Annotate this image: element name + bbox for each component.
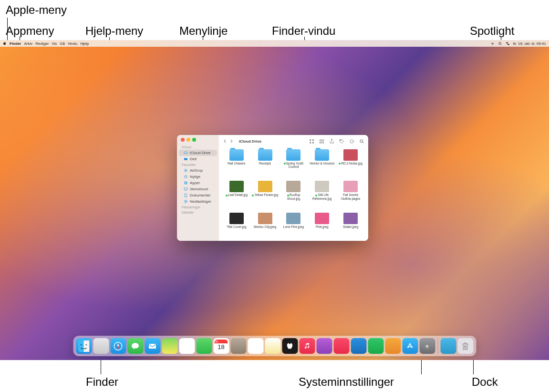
file-label: Pink.jpeg <box>316 225 329 228</box>
menu-rediger[interactable]: Rediger <box>35 41 49 46</box>
svg-rect-19 <box>320 142 323 143</box>
dock-maps[interactable] <box>162 338 177 354</box>
sidebar-item-label: AirDrop <box>190 168 203 173</box>
file-item[interactable]: Vendor & Invoices <box>308 149 336 179</box>
dock-notes[interactable] <box>265 338 280 354</box>
file-label: Yellow Flower.jpg <box>252 193 278 196</box>
callout-system-settings: Systeminnstillinger <box>299 375 394 389</box>
dock-system-settings[interactable] <box>419 338 435 354</box>
callout-finder-window: Finder-vindu <box>272 24 335 38</box>
file-item[interactable]: Mexico City.jpeg <box>251 213 279 239</box>
dock-photos[interactable] <box>179 338 195 354</box>
apps-icon <box>184 181 188 185</box>
sidebar-item-dokumenter[interactable]: Dokumenter <box>179 192 217 198</box>
folder-shared-icon <box>184 157 188 161</box>
file-item[interactable]: Title Cover.jpg <box>223 213 250 239</box>
file-item[interactable]: Receipts <box>251 149 279 179</box>
file-item[interactable]: Rail Chasers <box>223 149 250 179</box>
apple-menu-icon[interactable] <box>3 41 7 45</box>
dock-calendar[interactable]: Okt18 <box>213 338 229 354</box>
file-item[interactable]: Skater.jpeg <box>337 213 364 239</box>
svg-line-1 <box>500 44 501 45</box>
file-label: Receipts <box>259 162 271 165</box>
forward-button[interactable] <box>229 139 234 144</box>
dock-keynote[interactable] <box>351 338 366 354</box>
svg-rect-39 <box>430 346 432 346</box>
zoom-button[interactable] <box>192 138 196 142</box>
search-icon[interactable] <box>359 139 364 144</box>
file-label: Rail Chasers <box>228 162 245 165</box>
dock-numbers[interactable] <box>368 338 383 354</box>
sidebar-item-nedlastinger[interactable]: Nedlastinger <box>179 198 217 205</box>
file-item[interactable]: RD.2-Notes.jpg <box>337 149 364 179</box>
file-label: Vendor & Invoices <box>310 162 334 165</box>
file-item[interactable]: Lone Pine.jpeg <box>280 213 308 239</box>
spotlight-icon[interactable] <box>498 41 502 46</box>
svg-rect-33 <box>149 344 156 349</box>
file-item[interactable]: Yellow Flower.jpg <box>251 181 279 210</box>
sidebar-section-header: Etiketter <box>177 210 219 215</box>
dock-mail[interactable] <box>145 338 160 354</box>
svg-point-0 <box>498 42 501 44</box>
close-button[interactable] <box>181 138 185 142</box>
svg-rect-7 <box>185 182 186 183</box>
sync-status-icon <box>284 163 286 165</box>
app-menu[interactable]: Finder <box>10 41 21 46</box>
file-item[interactable]: Leaf Detail.jpg <box>223 181 250 210</box>
group-button[interactable] <box>319 139 324 144</box>
file-item[interactable]: Spring Youth Council <box>280 149 308 179</box>
dock-finder[interactable] <box>76 338 92 354</box>
menu-arkiv[interactable]: Arkiv <box>24 41 32 46</box>
callout-app-menu: Appmeny <box>6 24 54 38</box>
sidebar-item-nylige[interactable]: Nylige <box>179 174 217 180</box>
dock-news[interactable] <box>333 338 349 354</box>
tag-button[interactable] <box>339 139 344 144</box>
file-item[interactable]: Fall Scents Outline.pages <box>337 181 364 210</box>
file-item[interactable]: Still Life Reference.jpg <box>308 181 336 210</box>
file-label: Skater.jpeg <box>343 225 359 228</box>
sidebar-item-label: Nylige <box>190 175 200 179</box>
dock-downloads[interactable] <box>440 338 456 354</box>
file-thumbnail <box>286 181 300 192</box>
minimize-button[interactable] <box>186 138 190 142</box>
svg-rect-16 <box>310 142 311 143</box>
svg-rect-36 <box>427 342 427 343</box>
dock-music[interactable] <box>299 338 315 354</box>
dock-safari[interactable] <box>110 338 126 354</box>
menu-vis[interactable]: Vis <box>52 41 57 46</box>
control-center-icon[interactable] <box>506 41 510 46</box>
dock-tv[interactable] <box>282 338 298 354</box>
dock-trash[interactable] <box>457 338 473 354</box>
action-button[interactable] <box>349 139 354 144</box>
file-item[interactable]: Pink.jpeg <box>308 213 336 239</box>
dock-contacts[interactable] <box>230 338 246 354</box>
svg-point-23 <box>360 140 363 143</box>
menu-hjelp[interactable]: Hjelp <box>80 41 89 46</box>
menubar-datetime[interactable]: tir. 18. okt. kl. 09:41 <box>513 41 546 46</box>
menu-ga[interactable]: Gå <box>60 41 65 46</box>
share-button[interactable] <box>329 139 334 144</box>
file-item[interactable]: Rooftop Shoot.jpg <box>280 181 308 210</box>
dock-podcasts[interactable] <box>316 338 332 354</box>
dock-launchpad[interactable] <box>93 338 109 354</box>
dock-appstore[interactable] <box>402 338 418 354</box>
svg-rect-3 <box>508 44 509 45</box>
menu-vindu[interactable]: Vindu <box>68 41 77 46</box>
sidebar-item-apper[interactable]: Apper <box>179 180 217 186</box>
dock-reminders[interactable] <box>248 338 263 354</box>
callout-help-menu: Hjelp-meny <box>85 24 143 38</box>
sidebar-item-delt[interactable]: Delt <box>179 156 217 162</box>
sidebar-item-icloud-drive[interactable]: iCloud Drive <box>179 150 217 156</box>
file-thumbnail <box>343 181 358 192</box>
dock-pages[interactable] <box>385 338 401 354</box>
back-button[interactable] <box>223 139 228 144</box>
sidebar-item-label: Dokumenter <box>190 193 211 197</box>
dock-messages[interactable] <box>127 338 143 354</box>
sidebar-item-airdrop[interactable]: AirDrop <box>179 167 217 174</box>
wifi-icon[interactable] <box>490 41 495 46</box>
view-icons-button[interactable] <box>309 139 314 144</box>
sidebar-item-skrivebord[interactable]: Skrivebord <box>179 186 217 192</box>
dock-facetime[interactable] <box>196 338 212 354</box>
sidebar-item-label: Skrivebord <box>190 187 208 191</box>
file-label: Mexico City.jpeg <box>254 225 276 228</box>
